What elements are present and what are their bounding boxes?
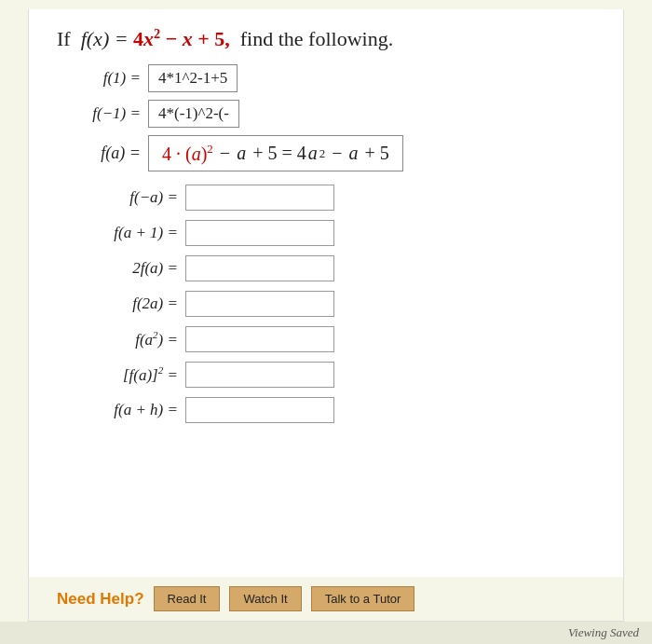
input-f-a-squared[interactable] bbox=[185, 326, 334, 352]
function-def: 4x2 − x + 5, bbox=[133, 27, 230, 50]
talk-to-tutor-button[interactable]: Talk to a Tutor bbox=[311, 586, 415, 611]
row-f-a-plus-h: f(a + h) = bbox=[57, 397, 595, 423]
input-f-neg-a[interactable] bbox=[185, 185, 334, 211]
answer-rows: f(−a) = f(a + 1) = 2f(a) = f(2a) = f(a2)… bbox=[57, 185, 595, 423]
input-f-a-plus-h[interactable] bbox=[185, 397, 334, 423]
label-f-a-squared: f(a2) = bbox=[57, 329, 178, 349]
bottom-bar: Need Help? Read It Watch It Talk to a Tu… bbox=[28, 577, 624, 622]
row-f-a-squared: f(a2) = bbox=[57, 326, 595, 352]
footer-bar: Viewing Saved bbox=[0, 622, 652, 644]
fa-label: f(a) = bbox=[57, 144, 141, 163]
row-f-a-plus-1: f(a + 1) = bbox=[57, 220, 595, 246]
f1-value: 4*1^2-1+5 bbox=[158, 69, 227, 88]
watch-it-button[interactable]: Watch It bbox=[229, 586, 301, 611]
fm1-value: 4*(-1)^2-(- bbox=[158, 104, 229, 123]
label-f-a-plus-1: f(a + 1) = bbox=[57, 224, 178, 242]
f1-box: 4*1^2-1+5 bbox=[148, 64, 238, 92]
need-help-label: Need Help? bbox=[57, 590, 144, 609]
fa-display-line: f(a) = 4 · (a)2 − a + 5 = 4a2 − a + 5 bbox=[57, 135, 595, 171]
input-f-2a[interactable] bbox=[185, 291, 334, 317]
label-f-neg-a: f(−a) = bbox=[57, 188, 178, 207]
main-content: If f(x) = 4x2 − x + 5, find the followin… bbox=[28, 9, 624, 577]
row-f-a-bracket-squared: [f(a)]2 = bbox=[57, 362, 595, 388]
input-2f-a[interactable] bbox=[185, 255, 334, 281]
label-f-a-bracket-squared: [f(a)]2 = bbox=[57, 364, 178, 385]
function-label: f(x) = bbox=[81, 27, 133, 50]
f1-line: f(1) = 4*1^2-1+5 bbox=[57, 64, 595, 92]
fm1-line: f(−1) = 4*(-1)^2-(- bbox=[57, 100, 595, 128]
row-f-2a: f(2a) = bbox=[57, 291, 595, 317]
title-line: If f(x) = 4x2 − x + 5, find the followin… bbox=[57, 26, 595, 51]
row-f-neg-a: f(−a) = bbox=[57, 185, 595, 211]
label-2f-a: 2f(a) = bbox=[57, 259, 178, 278]
fm1-box: 4*(-1)^2-(- bbox=[148, 100, 239, 128]
input-f-a-plus-1[interactable] bbox=[185, 220, 334, 246]
f1-label: f(1) = bbox=[57, 69, 141, 88]
fa-box: 4 · (a)2 − a + 5 = 4a2 − a + 5 bbox=[148, 135, 403, 171]
footer-text: Viewing Saved bbox=[568, 625, 639, 640]
read-it-button[interactable]: Read It bbox=[154, 586, 221, 611]
label-f-a-plus-h: f(a + h) = bbox=[57, 401, 178, 419]
fa-red-part: 4 · (a)2 bbox=[162, 142, 213, 165]
row-2f-a: 2f(a) = bbox=[57, 255, 595, 281]
fm1-label: f(−1) = bbox=[57, 104, 141, 123]
label-f-2a: f(2a) = bbox=[57, 295, 178, 313]
input-f-a-bracket-squared[interactable] bbox=[185, 362, 334, 388]
